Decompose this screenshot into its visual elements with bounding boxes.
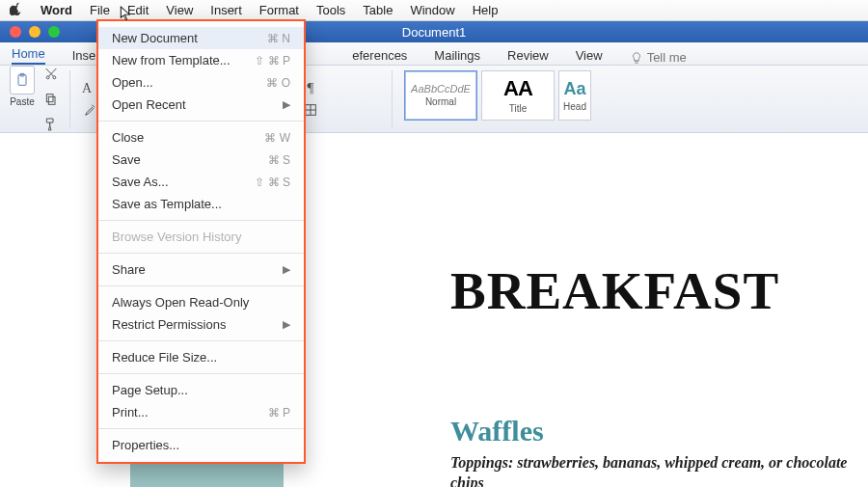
svg-rect-5 [46, 94, 53, 101]
tab-review[interactable]: Review [507, 48, 549, 65]
font-size-up-icon[interactable]: A [82, 80, 92, 97]
menu-browse-version-history: Browse Version History [98, 226, 304, 248]
menubar-window[interactable]: Window [410, 3, 454, 17]
svg-point-2 [46, 75, 49, 78]
menu-share[interactable]: Share▶ [98, 258, 304, 281]
heading-waffles: Waffles [450, 415, 544, 447]
body-toppings: Toppings: strawberries, bananas, whipped… [450, 453, 849, 487]
copy-icon[interactable] [42, 91, 60, 108]
menu-close[interactable]: Close⌘ W [98, 126, 304, 149]
menubar-view[interactable]: View [166, 3, 193, 17]
close-window-button[interactable] [10, 26, 21, 38]
document-title: Document1 [402, 25, 466, 40]
svg-rect-4 [48, 96, 55, 104]
bulb-icon [630, 51, 643, 65]
menu-save[interactable]: Save⌘ S [98, 149, 304, 171]
minimize-window-button[interactable] [29, 26, 41, 38]
menu-separator [98, 428, 304, 429]
menu-save-as[interactable]: Save As...⇧ ⌘ S [98, 171, 304, 193]
menu-open[interactable]: Open...⌘ O [98, 71, 304, 94]
chevron-right-icon: ▶ [283, 318, 290, 331]
menu-separator [98, 253, 304, 254]
menu-separator [98, 220, 304, 221]
menu-separator [98, 373, 304, 374]
style-sample: AA [503, 76, 532, 101]
tab-home[interactable]: Home [12, 46, 45, 65]
cut-icon[interactable] [42, 66, 60, 83]
menubar-insert[interactable]: Insert [210, 3, 242, 17]
tab-view[interactable]: View [576, 48, 603, 65]
menubar-table[interactable]: Table [363, 3, 393, 17]
file-menu: New Document⌘ N New from Template...⇧ ⌘ … [96, 21, 306, 464]
style-normal[interactable]: AaBbCcDdE Normal [404, 70, 477, 121]
menu-page-setup[interactable]: Page Setup... [98, 379, 304, 401]
svg-point-3 [53, 75, 56, 78]
menu-separator [98, 121, 304, 122]
style-title[interactable]: AA Title [481, 70, 555, 121]
styles-group: AaBbCcDdE Normal AA Title Aa Head [404, 70, 601, 128]
format-painter-icon[interactable] [42, 116, 60, 133]
paste-button[interactable]: Paste [10, 66, 35, 107]
menubar-file[interactable]: File [90, 3, 110, 17]
zoom-window-button[interactable] [48, 26, 60, 38]
menu-separator [98, 285, 304, 286]
tab-mailings[interactable]: Mailings [434, 48, 480, 65]
tab-references-partial[interactable]: eferences [352, 48, 407, 65]
style-sample: Aa [563, 79, 585, 99]
paste-label: Paste [10, 96, 35, 107]
clipboard-group: Paste [10, 70, 70, 128]
style-label: Title [509, 103, 528, 114]
apple-icon[interactable] [10, 2, 23, 18]
menu-open-recent[interactable]: Open Recent▶ [98, 94, 304, 116]
style-label: Normal [425, 96, 456, 107]
chevron-right-icon: ▶ [283, 263, 290, 276]
style-heading[interactable]: Aa Head [558, 70, 591, 121]
menu-reduce-file-size[interactable]: Reduce File Size... [98, 346, 304, 368]
menu-save-as-template[interactable]: Save as Template... [98, 193, 304, 215]
menu-new-from-template[interactable]: New from Template...⇧ ⌘ P [98, 49, 304, 71]
menubar-help[interactable]: Help [473, 3, 499, 17]
menu-restrict-permissions[interactable]: Restrict Permissions▶ [98, 313, 304, 336]
menu-print[interactable]: Print...⌘ P [98, 401, 304, 423]
menubar-tools[interactable]: Tools [316, 3, 345, 17]
style-label: Head [563, 101, 586, 112]
tab-insert-partial[interactable]: Inse [72, 48, 96, 65]
menu-properties[interactable]: Properties... [98, 434, 304, 456]
tell-me[interactable]: Tell me [630, 50, 687, 65]
traffic-lights [10, 26, 60, 38]
tell-me-label: Tell me [647, 50, 687, 65]
style-sample: AaBbCcDdE [411, 83, 471, 95]
menu-separator [98, 340, 304, 341]
menu-new-document[interactable]: New Document⌘ N [98, 27, 304, 49]
cursor-icon [120, 6, 132, 26]
menubar-app[interactable]: Word [41, 3, 72, 17]
heading-breakfast: BREAKFAST [450, 260, 779, 321]
menubar-format[interactable]: Format [259, 3, 299, 17]
chevron-right-icon: ▶ [283, 98, 290, 111]
menu-always-open-read-only[interactable]: Always Open Read-Only [98, 291, 304, 313]
